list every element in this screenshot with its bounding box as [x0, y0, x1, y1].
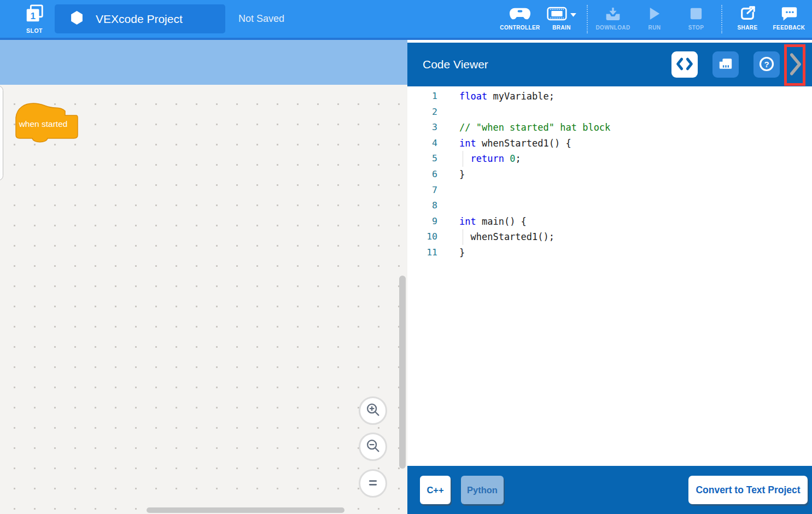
- chevron-right-icon: [790, 53, 802, 77]
- when-started-block[interactable]: when started: [15, 101, 79, 145]
- code-line: 5 return 0;: [407, 151, 812, 167]
- question-icon: ?: [758, 56, 775, 74]
- code-viewer-header: Code Viewer: [407, 43, 812, 86]
- toolbar-separator: [721, 5, 722, 33]
- code-line: 4int whenStarted1() {: [407, 136, 812, 151]
- download-icon: [605, 7, 621, 24]
- line-number: 2: [407, 104, 437, 120]
- svg-text:?: ?: [764, 59, 769, 68]
- line-number: 8: [407, 198, 437, 214]
- stop-icon: [690, 7, 703, 22]
- toolbox-bar: [0, 40, 407, 85]
- topbar-action-controller[interactable]: CONTROLLER: [499, 7, 541, 31]
- code-line: 3// "when started" hat block: [407, 120, 812, 136]
- code-line: 8: [407, 198, 812, 214]
- topbar-action-share[interactable]: SHARE: [727, 7, 768, 31]
- code-line: 7: [407, 183, 812, 198]
- blocks-canvas[interactable]: when started: [0, 85, 407, 514]
- line-number: 3: [407, 120, 437, 136]
- tab-python[interactable]: Python: [461, 476, 504, 504]
- code-line-text: }: [459, 167, 465, 183]
- zoom-in-icon: [364, 401, 382, 420]
- topbar-action-label: SHARE: [737, 25, 757, 31]
- code-icon: [676, 57, 693, 73]
- line-number: 6: [407, 167, 437, 183]
- share-icon: [739, 6, 756, 24]
- line-number: 4: [407, 136, 437, 151]
- feedback-icon: [781, 6, 798, 24]
- code-line: 10 whenStarted1();: [407, 229, 812, 245]
- vertical-scrollbar[interactable]: [399, 276, 406, 469]
- code-line-text: return 0;: [459, 151, 521, 167]
- svg-text:1: 1: [30, 11, 36, 21]
- toolbar-separator: [587, 5, 588, 33]
- code-line-text: }: [459, 245, 465, 261]
- project-name: VEXcode Project: [96, 13, 183, 26]
- topbar-action-label: RUN: [649, 25, 661, 31]
- zoom-reset-button[interactable]: [359, 469, 387, 498]
- horizontal-scrollbar[interactable]: [147, 507, 344, 513]
- brain-device-icon: [718, 57, 733, 72]
- code-line-text: whenStarted1();: [459, 229, 554, 245]
- line-number: 5: [407, 151, 437, 167]
- run-icon: [649, 7, 661, 23]
- code-line: 2: [407, 104, 812, 120]
- convert-to-text-button[interactable]: Convert to Text Project: [688, 476, 808, 504]
- line-number: 1: [407, 89, 437, 104]
- project-name-button[interactable]: VEXcode Project: [55, 4, 225, 33]
- topbar-action-label: BRAIN: [552, 25, 571, 31]
- topbar-action-label: CONTROLLER: [500, 25, 540, 31]
- code-line-text: int main() {: [459, 214, 527, 230]
- tab-cpp[interactable]: C++: [420, 476, 451, 504]
- topbar-actions: CONTROLLERBRAINDOWNLOADRUNSTOPSHAREFEEDB…: [499, 5, 810, 33]
- code-line: 6}: [407, 167, 812, 183]
- code-viewer-title: Code Viewer: [423, 58, 488, 71]
- topbar-action-download: DOWNLOAD: [592, 7, 634, 31]
- topbar-action-label: STOP: [688, 25, 704, 31]
- code-line: 11}: [407, 245, 812, 261]
- vexcode-app: 1 SLOT VEXcode Project Not Saved CONTROL…: [0, 0, 812, 514]
- slot-label: SLOT: [26, 27, 43, 34]
- topbar-action-label: DOWNLOAD: [595, 25, 630, 31]
- palette-edge[interactable]: [0, 86, 3, 180]
- line-number: 9: [407, 214, 437, 230]
- topbar-action-run: RUN: [634, 7, 675, 31]
- code-viewer-footer: C++ Python Convert to Text Project: [407, 466, 812, 514]
- topbar-action-feedback[interactable]: FEEDBACK: [768, 7, 810, 31]
- zoom-out-button[interactable]: [359, 433, 387, 461]
- code-line: 9int main() {: [407, 214, 812, 230]
- code-viewer-toolbar: ?: [671, 51, 780, 78]
- zoom-out-icon: [364, 437, 382, 457]
- code-editor: 1float myVariable;23// "when started" ha…: [407, 86, 812, 468]
- zoom-reset-icon: [364, 474, 382, 493]
- topbar-action-brain[interactable]: BRAIN: [541, 7, 582, 31]
- controller-icon: [510, 7, 530, 23]
- code-line-text: float myVariable;: [459, 89, 554, 104]
- line-number: 11: [407, 245, 437, 261]
- help-button[interactable]: ?: [753, 51, 780, 78]
- topbar-action-stop: STOP: [675, 7, 717, 31]
- code-line-text: // "when started" hat block: [459, 120, 610, 136]
- zoom-in-button[interactable]: [359, 396, 387, 425]
- code-line: 1float myVariable;: [407, 89, 812, 104]
- chevron-down-icon: [570, 10, 577, 20]
- brain-preview-button[interactable]: [712, 51, 739, 78]
- save-status: Not Saved: [238, 13, 284, 25]
- hexagon-icon: [70, 10, 84, 28]
- collapse-panel-button[interactable]: [789, 54, 802, 77]
- topbar: 1 SLOT VEXcode Project Not Saved CONTROL…: [0, 0, 812, 40]
- brain-icon: [547, 7, 567, 23]
- line-number: 10: [407, 229, 437, 245]
- code-viewer-panel: Code Viewer: [407, 40, 812, 514]
- topbar-action-label: FEEDBACK: [773, 25, 805, 31]
- block-label: when started: [15, 119, 72, 129]
- slot-icon: 1: [24, 4, 45, 27]
- code-line-text: int whenStarted1() {: [459, 136, 571, 151]
- line-number: 7: [407, 183, 437, 198]
- code-view-button[interactable]: [671, 51, 698, 78]
- slot-button[interactable]: 1 SLOT: [24, 4, 45, 34]
